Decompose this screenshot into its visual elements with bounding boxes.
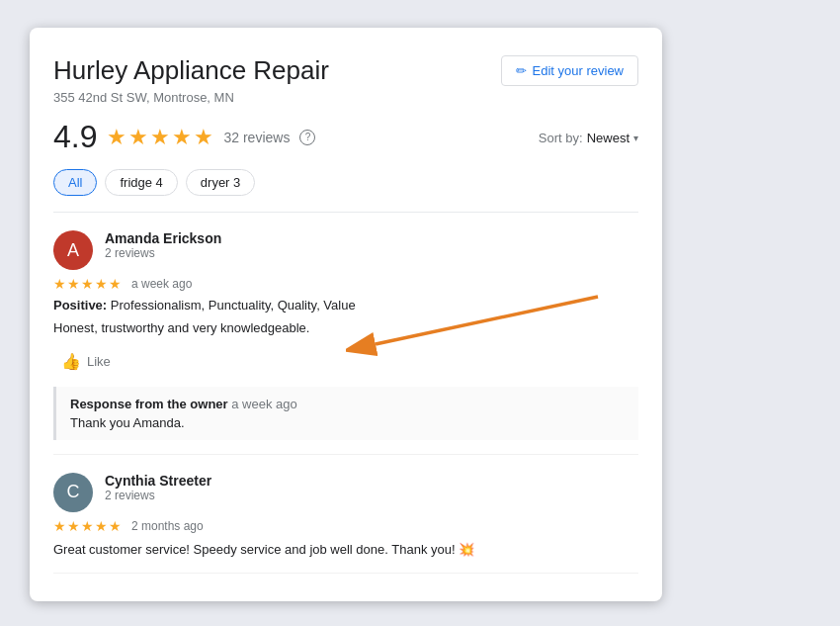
- review-top: A Amanda Erickson 2 reviews: [53, 230, 638, 270]
- panel-header: Hurley Appliance Repair 355 42nd St SW, …: [30, 28, 662, 213]
- sort-dropdown[interactable]: Newest ▾: [587, 131, 638, 145]
- star-4: ★: [172, 125, 192, 150]
- like-button[interactable]: 👍 Like: [53, 348, 119, 375]
- filter-fridge[interactable]: fridge 4: [105, 169, 177, 196]
- r2-star-2: ★: [67, 518, 80, 534]
- review-stars: ★ ★ ★ ★ ★: [53, 276, 122, 292]
- star-5: ★: [194, 125, 213, 150]
- review-count: 32 reviews: [223, 130, 290, 145]
- r2-star-4: ★: [95, 518, 108, 534]
- reviewer-reviews: 2 reviews: [105, 489, 638, 502]
- sort-label: Sort by:: [539, 131, 583, 145]
- owner-response-label: Response from the owner: [70, 397, 228, 411]
- rating-row: 4.9 ★ ★ ★ ★ ★ 32 reviews ? Sort by: Newe…: [53, 119, 638, 155]
- business-address: 355 42nd St SW, Montrose, MN: [53, 90, 329, 105]
- like-row: 👍 Like: [53, 348, 638, 375]
- help-icon[interactable]: ?: [299, 130, 315, 145]
- reviewer-name: Cynthia Streeter: [105, 473, 638, 489]
- filter-dryer[interactable]: dryer 3: [186, 169, 255, 196]
- reviewer-info: Amanda Erickson 2 reviews: [105, 230, 638, 260]
- chevron-down-icon: ▾: [633, 133, 638, 143]
- r2-star-5: ★: [109, 518, 122, 534]
- review-meta: ★ ★ ★ ★ ★ a week ago: [53, 276, 638, 292]
- star-3: ★: [150, 125, 170, 150]
- owner-response-time: a week ago: [231, 397, 297, 411]
- rating-score: 4.9: [53, 119, 97, 155]
- business-info: Hurley Appliance Repair 355 42nd St SW, …: [53, 55, 329, 105]
- sort-row: Sort by: Newest ▾: [539, 131, 638, 145]
- r1-star-3: ★: [81, 276, 94, 292]
- positive-text: Professionalism, Punctuality, Quality, V…: [111, 298, 356, 313]
- review-item: A Amanda Erickson 2 reviews ★ ★ ★ ★ ★ a …: [53, 213, 638, 455]
- r1-star-2: ★: [67, 276, 80, 292]
- avatar: A: [53, 230, 93, 270]
- like-label: Like: [87, 354, 111, 369]
- r2-star-3: ★: [81, 518, 94, 534]
- review-text: Great customer service! Speedy service a…: [53, 540, 638, 560]
- reviewer-name: Amanda Erickson: [105, 230, 638, 246]
- review-top: C Cynthia Streeter 2 reviews: [53, 473, 638, 512]
- r1-star-4: ★: [95, 276, 108, 292]
- reviewer-info: Cynthia Streeter 2 reviews: [105, 473, 638, 502]
- r2-star-1: ★: [53, 518, 66, 534]
- pencil-icon: ✏: [516, 63, 527, 78]
- rating-stars: ★ ★ ★ ★ ★: [107, 125, 213, 150]
- avatar: C: [53, 473, 93, 512]
- owner-header: Response from the owner a week ago: [70, 397, 625, 411]
- review-stars: ★ ★ ★ ★ ★: [53, 518, 122, 534]
- filter-all[interactable]: All: [53, 169, 97, 196]
- owner-response: Response from the owner a week ago Thank…: [53, 387, 638, 440]
- review-text: Honest, trustworthy and very knowledgeab…: [53, 318, 638, 338]
- sort-value: Newest: [587, 131, 630, 145]
- reviewer-reviews: 2 reviews: [105, 246, 638, 260]
- owner-response-text: Thank you Amanda.: [70, 415, 625, 430]
- filter-tags: All fridge 4 dryer 3: [53, 169, 638, 196]
- edit-review-label: Edit your review: [533, 63, 624, 78]
- positive-label: Positive:: [53, 298, 107, 313]
- thumbs-up-icon: 👍: [61, 352, 81, 371]
- r1-star-1: ★: [53, 276, 66, 292]
- review-item: C Cynthia Streeter 2 reviews ★ ★ ★ ★ ★ 2…: [53, 455, 638, 575]
- review-time: a week ago: [131, 277, 192, 291]
- reviews-list[interactable]: A Amanda Erickson 2 reviews ★ ★ ★ ★ ★ a …: [30, 213, 662, 601]
- business-name: Hurley Appliance Repair: [53, 55, 329, 86]
- star-1: ★: [107, 125, 126, 150]
- review-meta: ★ ★ ★ ★ ★ 2 months ago: [53, 518, 638, 534]
- r1-star-5: ★: [109, 276, 122, 292]
- review-time: 2 months ago: [131, 519, 204, 533]
- edit-review-button[interactable]: ✏ Edit your review: [501, 55, 638, 86]
- star-2: ★: [128, 125, 148, 150]
- header-top: Hurley Appliance Repair 355 42nd St SW, …: [53, 55, 638, 105]
- review-positive: Positive: Professionalism, Punctuality, …: [53, 298, 638, 313]
- business-panel: Hurley Appliance Repair 355 42nd St SW, …: [30, 28, 662, 601]
